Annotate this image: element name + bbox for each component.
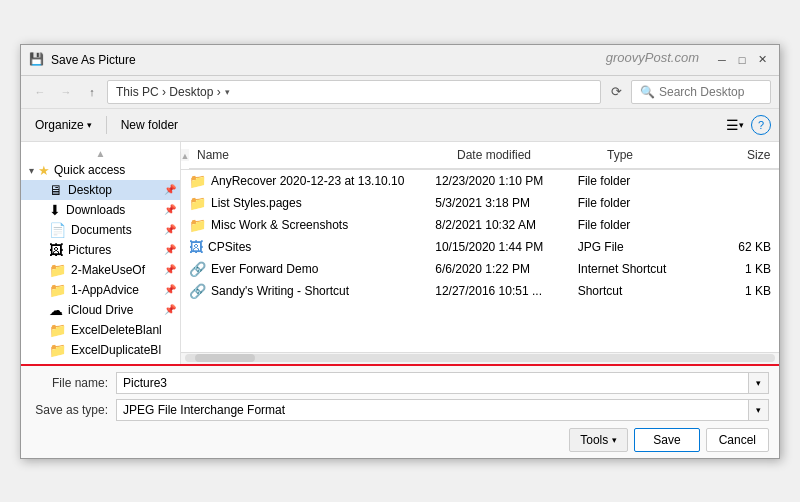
nav-bar: ← → ↑ This PC › Desktop › ▾ ⟳ 🔍 xyxy=(21,76,779,109)
file-list-body[interactable]: 📁 AnyRecover 2020-12-23 at 13.10.10 12/2… xyxy=(181,170,779,352)
exceldel-icon: 📁 xyxy=(49,322,66,338)
file-name-row: File name: ▾ xyxy=(31,372,769,394)
watermark: groovyPost.com xyxy=(606,50,699,65)
hscroll-track[interactable] xyxy=(185,354,775,362)
file-type: Shortcut xyxy=(570,284,703,298)
file-name-label: File name: xyxy=(31,376,116,390)
sidebar-item-exceldup[interactable]: 📁 ExcelDuplicateBl xyxy=(21,340,180,360)
sidebar-item-icloud[interactable]: ☁ iCloud Drive 📌 xyxy=(21,300,180,320)
cancel-button[interactable]: Cancel xyxy=(706,428,769,452)
sidebar-item-appadvice-label: 1-AppAdvice xyxy=(71,283,162,297)
col-header-name[interactable]: Name xyxy=(189,146,449,164)
sidebar-item-exceldel-label: ExcelDeleteBlanl xyxy=(71,323,176,337)
col-header-type[interactable]: Type xyxy=(599,146,739,164)
tools-label: Tools xyxy=(580,433,608,447)
forward-button[interactable]: → xyxy=(55,81,77,103)
new-folder-button[interactable]: New folder xyxy=(115,113,184,137)
file-list-header: Name Date modified Type Size xyxy=(189,142,779,169)
view-button[interactable]: ☰ ▾ xyxy=(723,114,747,136)
view-arrow-icon: ▾ xyxy=(739,120,744,130)
sidebar-item-downloads[interactable]: ⬇ Downloads 📌 xyxy=(21,200,180,220)
pin-icon-icloud: 📌 xyxy=(164,304,176,315)
folder-icon: 📁 xyxy=(189,217,206,233)
col-header-size[interactable]: Size xyxy=(739,146,779,164)
sidebar-item-desktop-label: Desktop xyxy=(68,183,162,197)
sidebar-item-makeuseOf-label: 2-MakeUseOf xyxy=(71,263,162,277)
file-name: Sandy's Writing - Shortcut xyxy=(211,284,349,298)
file-list: ▲ Name Date modified Type Size 📁 AnyReco… xyxy=(181,142,779,364)
folder-icon: 📁 xyxy=(189,195,206,211)
pictures-icon: 🖼 xyxy=(49,242,63,258)
file-type: JPG File xyxy=(570,240,703,254)
table-row[interactable]: 🔗 Ever Forward Demo 6/6/2020 1:22 PM Int… xyxy=(181,258,779,280)
save-button[interactable]: Save xyxy=(634,428,699,452)
sidebar-toggle-icon: ▾ xyxy=(29,165,34,176)
title-bar: 💾 Save As Picture groovyPost.com ─ □ ✕ xyxy=(21,45,779,76)
file-name: Ever Forward Demo xyxy=(211,262,318,276)
save-as-type-input[interactable] xyxy=(116,399,749,421)
title-bar-controls: ─ □ ✕ xyxy=(713,51,771,69)
exceldup-icon: 📁 xyxy=(49,342,66,358)
file-type: Internet Shortcut xyxy=(570,262,703,276)
sidebar-item-makeuseOf[interactable]: 📁 2-MakeUseOf 📌 xyxy=(21,260,180,280)
image-icon: 🖼 xyxy=(189,239,203,255)
sidebar-item-exceldup-label: ExcelDuplicateBl xyxy=(71,343,176,357)
table-row[interactable]: 🔗 Sandy's Writing - Shortcut 12/27/2016 … xyxy=(181,280,779,302)
table-row[interactable]: 🖼 CPSites 10/15/2020 1:44 PM JPG File 62… xyxy=(181,236,779,258)
file-size: 1 KB xyxy=(703,262,779,276)
file-date: 8/2/2021 10:32 AM xyxy=(427,218,569,232)
breadcrumb-text: This PC › Desktop › xyxy=(116,85,221,99)
search-box[interactable]: 🔍 xyxy=(631,80,771,104)
bottom-panel: File name: ▾ Save as type: ▾ Tools ▾ Sav… xyxy=(21,364,779,458)
file-name-dropdown-btn[interactable]: ▾ xyxy=(749,372,769,394)
pin-icon-desktop: 📌 xyxy=(164,184,176,195)
help-button[interactable]: ? xyxy=(751,115,771,135)
sidebar-item-pictures[interactable]: 🖼 Pictures 📌 xyxy=(21,240,180,260)
table-row[interactable]: 📁 AnyRecover 2020-12-23 at 13.10.10 12/2… xyxy=(181,170,779,192)
file-date: 12/27/2016 10:51 ... xyxy=(427,284,569,298)
breadcrumb-arrow: ▾ xyxy=(225,87,230,97)
downloads-icon: ⬇ xyxy=(49,202,61,218)
view-icon: ☰ xyxy=(726,117,739,133)
table-row[interactable]: 📁 List Styles.pages 5/3/2021 3:18 PM Fil… xyxy=(181,192,779,214)
file-name-input[interactable] xyxy=(116,372,749,394)
col-header-date[interactable]: Date modified xyxy=(449,146,599,164)
close-button[interactable]: ✕ xyxy=(753,51,771,69)
search-input[interactable] xyxy=(659,85,800,99)
pin-icon-documents: 📌 xyxy=(164,224,176,235)
file-list-header-wrap: ▲ Name Date modified Type Size xyxy=(181,142,779,170)
organize-button[interactable]: Organize ▾ xyxy=(29,113,98,137)
refresh-button[interactable]: ⟳ xyxy=(605,81,627,103)
breadcrumb[interactable]: This PC › Desktop › ▾ xyxy=(107,80,601,104)
hscroll-thumb[interactable] xyxy=(195,354,255,362)
tools-button[interactable]: Tools ▾ xyxy=(569,428,628,452)
toolbar-separator xyxy=(106,116,107,134)
sidebar-item-desktop[interactable]: 🖥 Desktop 📌 xyxy=(21,180,180,200)
back-button[interactable]: ← xyxy=(29,81,51,103)
documents-icon: 📄 xyxy=(49,222,66,238)
up-button[interactable]: ↑ xyxy=(81,81,103,103)
file-size: 1 KB xyxy=(703,284,779,298)
save-as-type-dropdown-btn[interactable]: ▾ xyxy=(749,399,769,421)
shortcut-icon: 🔗 xyxy=(189,283,206,299)
sidebar-item-exceldel[interactable]: 📁 ExcelDeleteBlanl xyxy=(21,320,180,340)
file-name: AnyRecover 2020-12-23 at 13.10.10 xyxy=(211,174,404,188)
minimize-button[interactable]: ─ xyxy=(713,51,731,69)
sidebar: ▲ ▾ ★ Quick access 🖥 Desktop 📌 ⬇ Downloa… xyxy=(21,142,181,364)
file-date: 5/3/2021 3:18 PM xyxy=(427,196,569,210)
hscroll-area[interactable] xyxy=(181,352,779,364)
sidebar-item-appadvice[interactable]: 📁 1-AppAdvice 📌 xyxy=(21,280,180,300)
maximize-button[interactable]: □ xyxy=(733,51,751,69)
sidebar-item-documents[interactable]: 📄 Documents 📌 xyxy=(21,220,180,240)
file-name: Misc Work & Screenshots xyxy=(211,218,348,232)
desktop-icon: 🖥 xyxy=(49,182,63,198)
file-type: File folder xyxy=(570,218,703,232)
table-row[interactable]: 📁 Misc Work & Screenshots 8/2/2021 10:32… xyxy=(181,214,779,236)
sidebar-item-icloud-label: iCloud Drive xyxy=(68,303,162,317)
vscroll-top-area: ▲ xyxy=(181,149,189,161)
toolbar-right: ☰ ▾ ? xyxy=(723,114,771,136)
appadvice-icon: 📁 xyxy=(49,282,66,298)
sidebar-quickaccess-header[interactable]: ▾ ★ Quick access xyxy=(21,161,180,180)
main-area: ▲ ▾ ★ Quick access 🖥 Desktop 📌 ⬇ Downloa… xyxy=(21,142,779,364)
organize-label: Organize xyxy=(35,118,84,132)
